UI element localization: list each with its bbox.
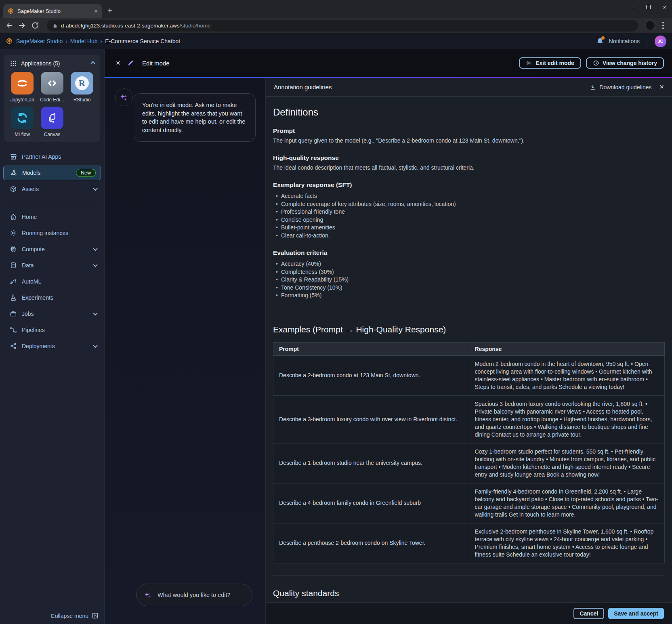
back-icon[interactable]	[5, 21, 14, 30]
sidebar-item-pipelines[interactable]: Pipelines	[0, 322, 104, 338]
forward-icon[interactable]	[18, 21, 27, 30]
examples-table: Prompt Response Describe a 2-bedroom con…	[273, 342, 665, 563]
eval-bullet-list: Accuracy (40%) Completeness (30%) Clarit…	[273, 260, 665, 300]
browser-menu-icon[interactable]	[662, 25, 664, 26]
header-divider	[647, 37, 647, 46]
sidebar-item-partner-ai-apps[interactable]: Partner AI Apps	[0, 149, 104, 165]
collapse-menu-label: Collapse menu	[51, 613, 88, 619]
cube-icon	[10, 185, 17, 193]
download-guidelines-button[interactable]: Download guidelines	[590, 84, 651, 90]
screen: SageMaker Studio × + – × d-abcdefghij123…	[0, 0, 672, 624]
notifications-bell-icon[interactable]	[596, 37, 604, 45]
save-and-accept-button[interactable]: Save and accept	[608, 608, 664, 619]
app-tile-rstudio[interactable]: R RStudio	[67, 72, 97, 103]
sidebar-item-label: Models	[22, 170, 71, 176]
app-tile-mlflow[interactable]: MLflow	[7, 107, 37, 137]
exit-edit-mode-label: Exit edit mode	[536, 60, 574, 66]
url-bar[interactable]: d-abcdefghij123.studio.us-east-2.sagemak…	[47, 20, 638, 32]
app-tile-code-editor[interactable]: Code Edi...	[37, 72, 67, 103]
window-minimize-icon[interactable]: –	[631, 4, 634, 10]
refresh-icon[interactable]	[31, 21, 40, 30]
code-editor-icon	[41, 72, 63, 95]
lock-icon	[52, 23, 58, 28]
browser-tab[interactable]: SageMaker Studio ×	[3, 4, 102, 18]
prompt-cell: Describe a 4-bedroom family condo in Gre…	[273, 483, 469, 523]
guidelines-footer: Cancel Save and accept	[266, 602, 672, 624]
examples-heading: Examples (Prompt → High-Quality Response…	[273, 324, 665, 336]
notifications-label[interactable]: Notifications	[609, 38, 640, 44]
window-maximize-icon[interactable]	[646, 5, 651, 9]
sparkle-icon	[144, 590, 153, 599]
chevron-up-icon[interactable]	[90, 61, 95, 65]
sidebar-item-deployments[interactable]: Deployments	[0, 338, 104, 354]
sidebar-item-jobs[interactable]: Jobs	[0, 306, 104, 322]
cancel-button[interactable]: Cancel	[573, 608, 604, 619]
response-cell: Exclusive 2-bedroom penthouse in Skyline…	[469, 523, 665, 563]
response-cell: Family-friendly 4-bedroom condo in Green…	[469, 483, 665, 523]
section-divider	[273, 312, 665, 312]
table-row: Describe a 4-bedroom family condo in Gre…	[273, 483, 665, 523]
sidebar-item-label: Data	[22, 262, 89, 269]
guidelines-title: Annotation guidelines	[274, 84, 582, 90]
browser-profile-avatar[interactable]	[645, 21, 655, 30]
user-avatar[interactable]: JC	[655, 36, 666, 47]
sidebar-item-assets[interactable]: Assets	[0, 181, 104, 197]
breadcrumb-root-link[interactable]: SageMaker Studio	[16, 38, 63, 44]
collapse-panel-icon	[92, 612, 99, 619]
exit-edit-mode-button[interactable]: Exit edit mode	[519, 57, 581, 69]
sidebar-item-label: Assets	[22, 186, 89, 192]
jupyterlab-icon	[11, 72, 34, 95]
browser-tabstrip: SageMaker Studio × + – ×	[0, 0, 672, 18]
sidebar-item-label: Compute	[22, 246, 89, 252]
collapse-menu-button[interactable]: Collapse menu	[51, 612, 99, 619]
app-tile-canvas[interactable]: Canvas	[37, 107, 67, 137]
guidelines-header: Annotation guidelines Download guideline…	[266, 78, 672, 97]
hq-response-heading: High-quality response	[273, 154, 665, 162]
chat-input-pill[interactable]	[136, 584, 252, 606]
sidebar-item-compute[interactable]: Compute	[0, 241, 104, 257]
flask-icon	[10, 294, 17, 301]
sidebar-item-home[interactable]: Home	[0, 209, 104, 225]
automl-icon	[10, 278, 17, 285]
gear-icon	[10, 229, 17, 237]
brain-icon	[6, 38, 13, 45]
sidebar-item-running-instances[interactable]: Running instances	[0, 225, 104, 241]
close-edit-mode-icon[interactable]: ×	[116, 59, 120, 67]
table-header-row: Prompt Response	[273, 342, 665, 355]
sidebar-item-automl[interactable]: AutoML	[0, 273, 104, 290]
sidebar-item-label: Partner AI Apps	[22, 153, 97, 160]
sidebar-item-experiments[interactable]: Experiments	[0, 290, 104, 306]
new-tab-button[interactable]: +	[107, 6, 112, 15]
section-divider	[273, 576, 665, 576]
edit-overlay: × Edit mode Exit edit mode	[104, 49, 672, 624]
bullet-item: Accurate facts	[273, 192, 665, 200]
briefcase-icon	[10, 310, 17, 317]
tab-close-icon[interactable]: ×	[94, 8, 98, 15]
pipeline-icon	[10, 326, 17, 334]
close-guidelines-icon[interactable]: ×	[659, 83, 664, 91]
prompt-cell: Describe a 3-bedroom luxury condo with r…	[273, 395, 469, 443]
table-row: Describe a 2-bedroom condo at 123 Main S…	[273, 355, 665, 395]
sft-bullet-list: Accurate facts Complete coverage of key …	[273, 192, 665, 240]
view-change-history-button[interactable]: View change history	[586, 57, 664, 69]
window-close-icon[interactable]: ×	[663, 4, 666, 10]
applications-card: Applications (5) JupyterLab Code	[4, 55, 100, 142]
app-tile-jupyterlab[interactable]: JupyterLab	[7, 72, 37, 103]
sft-heading: Exemplary response (SFT)	[273, 181, 665, 189]
column-header-response: Response	[469, 342, 665, 355]
notification-dot	[601, 36, 605, 40]
rstudio-icon: R	[71, 72, 93, 95]
definitions-heading: Definitions	[273, 106, 665, 118]
sidebar-item-models[interactable]: Models New	[3, 166, 101, 180]
breadcrumb-section-link[interactable]: Model Hub	[70, 38, 98, 44]
sidebar-item-data[interactable]: Data	[0, 257, 104, 273]
assistant-panel: You're in edit mode. Ask me to make edit…	[105, 78, 266, 624]
bullet-item: Clear call-to-action.	[273, 232, 665, 240]
grid-icon	[10, 60, 17, 67]
sidebar-item-label: AutoML	[22, 278, 97, 285]
window-controls: – ×	[631, 4, 666, 10]
sidebar-item-label: Home	[22, 214, 97, 220]
chat-input[interactable]	[158, 592, 245, 598]
eval-criteria-heading: Evaluation criteria	[273, 249, 665, 257]
view-change-history-label: View change history	[603, 60, 657, 66]
